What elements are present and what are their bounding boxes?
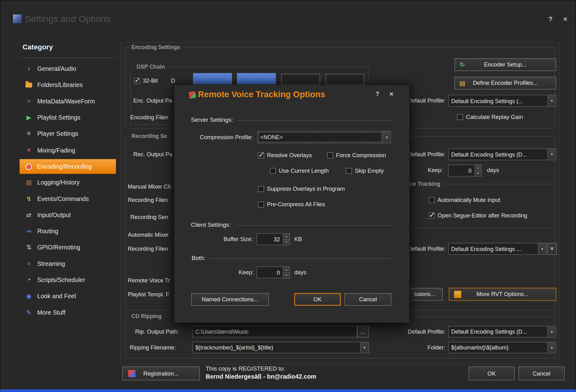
spin-down-icon[interactable]: ▼ xyxy=(283,273,290,278)
chevron-down-icon[interactable]: ▼ xyxy=(382,131,391,143)
spin-down-icon[interactable]: ▼ xyxy=(283,239,290,245)
segue-editor-checkbox[interactable]: Open Segue-Editor after Recording xyxy=(429,212,527,219)
encoder-setup-button[interactable]: ↻ Encoder Setup... xyxy=(455,58,556,71)
ripping-filename-combo[interactable]: ${tracknumber}_${artist}_${title} ▼ xyxy=(192,342,369,353)
chevron-down-icon[interactable]: ▼ xyxy=(547,95,555,107)
define-encoder-profiles-button[interactable]: ▤ Define Encoder Profiles... xyxy=(455,77,556,89)
cd-default-profile-combo[interactable]: Default Encoding Settings (D... ▼ xyxy=(448,326,556,337)
encoding-filename-label: Encoding Filen xyxy=(130,114,168,121)
spinner-value[interactable]: 0 xyxy=(448,165,475,176)
spinner-value[interactable]: 32 xyxy=(257,233,283,245)
dialog-ok-button[interactable]: OK xyxy=(294,293,341,306)
sidebar-item-general-audio[interactable]: ♪ General/Audio xyxy=(20,61,116,76)
keep-spinner[interactable]: 0 ▲▼ xyxy=(257,267,290,278)
spinner-buttons[interactable]: ▲▼ xyxy=(283,267,290,278)
default-profile-label: Default Profile: xyxy=(392,329,445,335)
cd-folder-combo[interactable]: ${albumartist}\${album} ▼ xyxy=(448,342,556,353)
window-close-button[interactable]: × xyxy=(560,14,570,24)
sidebar-item-player-settings[interactable]: ≡ Player Settings xyxy=(20,126,116,141)
client-settings-section: Client Settings: xyxy=(191,221,391,228)
chevron-down-icon[interactable]: ▼ xyxy=(538,243,546,254)
suppress-overlays-checkbox[interactable]: Suppress Overlays in Program xyxy=(258,185,345,193)
sidebar-item-folders-libraries[interactable]: Folders/Libraries xyxy=(20,78,116,93)
buffer-size-spinner[interactable]: 32 ▲▼ xyxy=(257,233,290,245)
checkbox-box[interactable] xyxy=(258,186,264,192)
spinner-buttons[interactable]: ▲▼ xyxy=(475,165,481,176)
checkbox-box[interactable] xyxy=(346,168,352,174)
checkbox-box[interactable] xyxy=(327,153,333,158)
sidebar-item-metadata-waveform[interactable]: ≈ MetaData/WaveForm xyxy=(20,94,116,109)
chevron-down-icon[interactable]: ▼ xyxy=(547,149,555,160)
skip-empty-checkbox[interactable]: Skip Empty xyxy=(346,167,384,175)
dialog-close-button[interactable]: × xyxy=(387,90,396,99)
cancel-button[interactable]: Cancel xyxy=(519,367,565,380)
spin-up-icon[interactable]: ▲ xyxy=(283,267,290,273)
use-current-length-checkbox[interactable]: Use Current Length xyxy=(270,167,329,175)
registration-button[interactable]: Registration... xyxy=(122,367,200,380)
recording-default-profile-combo[interactable]: Default Encoding Settings (D... ▼ xyxy=(448,148,556,160)
resolve-overlays-checkbox[interactable]: Resolve Overlays xyxy=(258,152,312,159)
auto-mute-input-checkbox[interactable]: Automatically Mute Input xyxy=(429,196,500,204)
bit32-checkbox[interactable]: 32-Bit xyxy=(134,77,158,84)
sidebar-item-streaming[interactable]: ≈ Streaming xyxy=(20,256,116,271)
checkbox-box[interactable] xyxy=(134,78,140,84)
window-help-button[interactable]: ? xyxy=(546,14,555,24)
sidebar-item-mixing-fading[interactable]: × Mixing/Fading xyxy=(20,143,116,158)
button-label: Cancel xyxy=(359,296,377,303)
dsp-slot-button[interactable] xyxy=(193,73,232,85)
sidebar-item-look-and-feel[interactable]: ◉ Look and Feel xyxy=(20,289,116,303)
sidebar-item-encoding-recording[interactable]: Encoding/Recording xyxy=(20,159,116,174)
checkbox-box[interactable] xyxy=(457,114,463,120)
button-label: Encoder Setup... xyxy=(484,61,527,68)
rvt-default-profile-combo[interactable]: Default Encoding Settings ... ▼ xyxy=(448,243,546,255)
dsp-slot-button[interactable] xyxy=(237,73,276,85)
checkbox-box[interactable] xyxy=(258,202,264,207)
sidebar-item-logging-history[interactable]: ▤ Logging/History xyxy=(20,175,116,190)
sidebar-item-label: MetaData/WaveForm xyxy=(37,98,95,105)
clear-profile-button[interactable]: × xyxy=(547,243,557,255)
force-compression-checkbox[interactable]: Force Compression xyxy=(327,152,386,159)
compression-profile-combo[interactable]: <NONE> ▼ xyxy=(257,131,391,143)
button-label: OK xyxy=(313,296,322,303)
spin-down-icon[interactable]: ▼ xyxy=(475,171,481,176)
checkbox-box[interactable] xyxy=(429,197,435,203)
default-profile-combo[interactable]: Default Encoding Settings (... ▼ xyxy=(448,95,556,107)
calc-replay-gain-checkbox[interactable]: Calculate Replay Gain xyxy=(457,113,523,121)
keep-label: Keep: xyxy=(209,269,254,276)
spinner-buttons[interactable]: ▲▼ xyxy=(283,233,290,245)
dialog-help-button[interactable]: ? xyxy=(373,90,382,99)
checkbox-box[interactable] xyxy=(429,213,435,219)
chevron-down-icon[interactable]: ▼ xyxy=(547,326,555,337)
button-label: Define Encoder Profiles... xyxy=(473,80,538,86)
more-rvt-options-button[interactable]: More RVT Options... xyxy=(449,288,556,300)
spin-up-icon[interactable]: ▲ xyxy=(283,233,290,239)
combo-value: Default Encoding Settings (D... xyxy=(449,149,548,160)
keep-days-spinner[interactable]: 0 ▲▼ xyxy=(448,165,482,176)
sidebar-item-scripts-scheduler[interactable]: ◔ Scripts/Scheduler xyxy=(20,272,116,287)
sessions-button[interactable]: ssions... xyxy=(406,288,442,300)
checkbox-box[interactable] xyxy=(270,168,276,174)
sidebar-item-input-output[interactable]: ⇄ Input/Output xyxy=(20,207,116,222)
browse-button[interactable]: ... xyxy=(357,326,369,337)
sidebar-item-events-commands[interactable]: ↯ Events/Commands xyxy=(20,191,116,206)
sidebar-item-label: General/Audio xyxy=(37,65,76,72)
named-connections-button[interactable]: Named Connections... xyxy=(191,293,269,306)
sidebar-item-more-stuff[interactable]: ✎ More Stuff xyxy=(20,305,116,320)
checkbox-label: Open Segue-Editor after Recording xyxy=(437,212,527,219)
ok-button[interactable]: OK xyxy=(469,367,515,380)
chevron-down-icon[interactable]: ▼ xyxy=(547,342,555,353)
checkbox-box[interactable] xyxy=(258,153,264,158)
sidebar-item-routing[interactable]: ⇒ Routing xyxy=(20,224,116,239)
dialog-cancel-button[interactable]: Cancel xyxy=(345,293,391,306)
spin-up-icon[interactable]: ▲ xyxy=(475,165,481,171)
rip-output-path-input[interactable]: C:\Users\bernd\Music xyxy=(192,326,357,337)
spinner-value[interactable]: 0 xyxy=(257,267,283,278)
log-icon: ▤ xyxy=(25,178,33,186)
dsp-slot-button[interactable] xyxy=(281,74,320,84)
chevron-down-icon[interactable]: ▼ xyxy=(360,342,368,353)
sidebar-heading: Category xyxy=(22,43,53,51)
dsp-slot-button[interactable] xyxy=(326,74,364,84)
pre-compress-checkbox[interactable]: Pre-Compress All Files xyxy=(258,201,325,208)
sidebar-item-gpio-remoting[interactable]: ⇅ GPIO/Remoting xyxy=(20,240,116,255)
sidebar-item-playlist-settings[interactable]: ▶ Playlist Settings xyxy=(20,110,116,125)
